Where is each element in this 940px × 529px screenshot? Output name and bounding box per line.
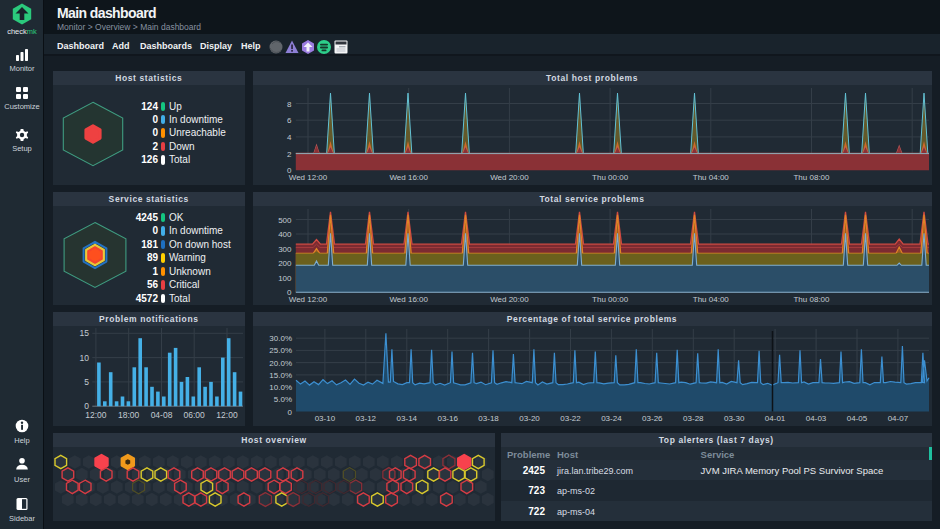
svg-text:400: 400: [278, 230, 292, 239]
svg-text:Wed 16:00: Wed 16:00: [389, 173, 428, 182]
svg-text:2: 2: [287, 150, 292, 159]
svg-text:Thu 08:00: Thu 08:00: [793, 294, 830, 303]
svg-text:6: 6: [287, 116, 292, 125]
svg-text:200: 200: [278, 259, 292, 268]
svg-text:03-14: 03-14: [396, 414, 417, 423]
svg-text:Wed 20:00: Wed 20:00: [490, 173, 529, 182]
svg-text:Thu 04:00: Thu 04:00: [692, 294, 729, 303]
svg-text:20.0%: 20.0%: [269, 359, 292, 368]
svg-text:10: 10: [80, 353, 90, 363]
svg-text:04-03: 04-03: [805, 414, 826, 423]
svg-text:03-18: 03-18: [478, 414, 499, 423]
svg-text:Thu 08:00: Thu 08:00: [793, 173, 830, 182]
svg-text:Wed 12:00: Wed 12:00: [288, 173, 327, 182]
svg-text:30.0%: 30.0%: [269, 334, 292, 343]
svg-text:03-12: 03-12: [355, 414, 376, 423]
svg-text:4: 4: [287, 133, 292, 142]
svg-text:12:00: 12:00: [85, 410, 107, 420]
svg-text:03-22: 03-22: [560, 414, 581, 423]
svg-text:12:00: 12:00: [216, 410, 238, 420]
svg-text:15.0%: 15.0%: [269, 371, 292, 380]
svg-text:Thu 00:00: Thu 00:00: [592, 294, 629, 303]
svg-text:5.0%: 5.0%: [273, 395, 291, 404]
svg-text:03-10: 03-10: [314, 414, 335, 423]
svg-text:03-26: 03-26: [642, 414, 663, 423]
svg-text:8: 8: [287, 100, 292, 109]
svg-text:03-20: 03-20: [519, 414, 540, 423]
svg-text:300: 300: [278, 244, 292, 253]
svg-text:15: 15: [80, 328, 90, 338]
svg-text:500: 500: [278, 215, 292, 224]
svg-text:03-30: 03-30: [723, 414, 744, 423]
svg-text:03-16: 03-16: [437, 414, 458, 423]
svg-text:18:00: 18:00: [118, 410, 140, 420]
svg-text:Thu 04:00: Thu 04:00: [692, 173, 729, 182]
svg-text:Wed 20:00: Wed 20:00: [490, 294, 529, 303]
svg-text:04-08: 04-08: [151, 410, 173, 420]
svg-text:03-28: 03-28: [683, 414, 704, 423]
svg-text:0: 0: [287, 288, 292, 297]
svg-text:06:00: 06:00: [184, 410, 206, 420]
svg-text:04-01: 04-01: [764, 414, 785, 423]
svg-text:100: 100: [278, 273, 292, 282]
svg-text:5: 5: [84, 377, 89, 387]
svg-text:0: 0: [287, 166, 292, 175]
svg-text:03-24: 03-24: [601, 414, 622, 423]
svg-text:25.0%: 25.0%: [269, 346, 292, 355]
svg-text:10.0%: 10.0%: [269, 383, 292, 392]
svg-text:Wed 16:00: Wed 16:00: [389, 294, 428, 303]
svg-text:04-05: 04-05: [846, 414, 867, 423]
svg-text:0: 0: [287, 408, 292, 417]
svg-text:Thu 00:00: Thu 00:00: [592, 173, 629, 182]
svg-text:Wed 12:00: Wed 12:00: [288, 294, 327, 303]
svg-text:04-07: 04-07: [887, 414, 908, 423]
